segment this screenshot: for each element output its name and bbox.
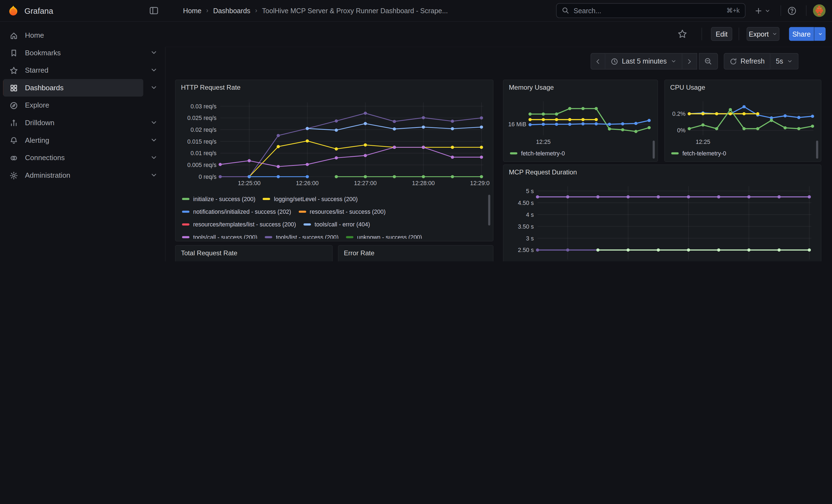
dashboard-canvas: Last 5 minutes Refresh 5s xyxy=(165,47,832,261)
sidebar-item-alerting[interactable]: Alerting xyxy=(3,132,144,149)
share-button[interactable]: Share xyxy=(789,27,814,41)
legend-item[interactable]: unknown - success (200) xyxy=(346,234,422,239)
collapse-sidebar-icon[interactable] xyxy=(149,6,159,16)
svg-text:12:25: 12:25 xyxy=(696,139,710,145)
panel-title[interactable]: CPU Usage xyxy=(670,84,705,91)
svg-text:12:25:00: 12:25:00 xyxy=(238,180,261,186)
legend-scrollbar[interactable] xyxy=(816,140,818,159)
time-range-group: Last 5 minutes xyxy=(591,53,718,70)
panel-title[interactable]: HTTP Request Rate xyxy=(181,84,241,91)
zoom-out-button[interactable] xyxy=(699,53,718,70)
legend-item[interactable]: fetch-telemetry-0 xyxy=(510,150,565,157)
legend-item[interactable]: initialize - success (200) xyxy=(182,196,255,202)
legend-item[interactable]: resources/templates/list - success (200) xyxy=(182,221,296,228)
sidebar-item-bookmarks[interactable]: Bookmarks xyxy=(3,44,144,62)
sidebar: Home Bookmarks Starred Dashboards Explor… xyxy=(0,21,166,261)
memory-legend[interactable]: fetch-telemetry-0 xyxy=(510,147,650,160)
chevron-down-icon[interactable] xyxy=(150,49,158,56)
bell-icon xyxy=(10,136,18,145)
legend-label: notifications/initialized - success (202… xyxy=(193,209,291,215)
refresh-interval-label: 5s xyxy=(776,57,783,65)
legend-swatch xyxy=(182,236,189,238)
legend-item[interactable]: tools/call - success (200) xyxy=(182,234,257,239)
refresh-button[interactable]: Refresh xyxy=(724,53,771,70)
toolbar-divider xyxy=(702,27,702,40)
sidebar-item-connections[interactable]: Connections xyxy=(3,149,144,167)
favorite-star-icon[interactable] xyxy=(678,29,687,39)
svg-text:12:28:00: 12:28:00 xyxy=(412,180,435,186)
panel-title[interactable]: MCP Request Duration xyxy=(509,169,577,176)
legend-item[interactable]: notifications/initialized - success (202… xyxy=(182,209,291,215)
star-icon xyxy=(10,66,18,75)
refresh-interval-picker[interactable]: 5s xyxy=(770,53,799,70)
sidebar-item-label: Bookmarks xyxy=(25,49,144,57)
time-shift-back-button[interactable] xyxy=(591,53,605,70)
chevron-down-icon[interactable] xyxy=(150,171,158,179)
panel-total-request-rate: Total Request Rate 0.0875 xyxy=(175,245,333,261)
panel-title[interactable]: Total Request Rate xyxy=(181,249,237,257)
legend-label: tools/list - success (200) xyxy=(276,234,339,239)
sidebar-item-explore[interactable]: Explore xyxy=(3,97,144,114)
time-shift-forward-button[interactable] xyxy=(682,53,697,70)
legend-item[interactable]: resources/list - success (200) xyxy=(298,209,386,215)
sidebar-item-label: Alerting xyxy=(25,136,144,144)
legend-item[interactable]: tools/call - error (404) xyxy=(304,221,370,228)
time-range-label: Last 5 minutes xyxy=(622,57,667,65)
legend-scrollbar[interactable] xyxy=(653,140,655,159)
search-icon xyxy=(562,7,569,14)
sidebar-item-home[interactable]: Home xyxy=(3,26,144,44)
grafana-logo-home[interactable]: Grafana xyxy=(7,5,53,16)
breadcrumb-dashboards[interactable]: Dashboards xyxy=(213,7,250,15)
panel-memory-usage: Memory Usage 12:2516 MiB fetch-telemetry… xyxy=(503,80,658,162)
legend-label: logging/setLevel - success (200) xyxy=(274,196,358,202)
search-placeholder: Search... xyxy=(574,7,722,15)
zoom-out-icon xyxy=(704,57,712,65)
add-menu-button[interactable] xyxy=(754,0,770,21)
header-divider xyxy=(781,5,781,16)
chevron-left-icon xyxy=(595,58,601,64)
svg-text:4.50 s: 4.50 s xyxy=(518,200,534,206)
breadcrumb-home[interactable]: Home xyxy=(183,7,201,15)
share-menu-button[interactable] xyxy=(814,27,825,41)
legend-item[interactable]: logging/setLevel - success (200) xyxy=(263,196,358,202)
clock-icon xyxy=(611,57,618,65)
search-shortcut: ⌘+k xyxy=(726,7,739,14)
sidebar-item-starred[interactable]: Starred xyxy=(3,62,144,79)
chevron-down-icon[interactable] xyxy=(150,136,158,144)
chevron-down-icon[interactable] xyxy=(150,84,158,91)
panel-title[interactable]: Memory Usage xyxy=(509,84,553,91)
sidebar-item-label: Drilldown xyxy=(25,119,144,127)
edit-button[interactable]: Edit xyxy=(711,27,732,41)
svg-text:0.03 req/s: 0.03 req/s xyxy=(191,103,216,110)
refresh-group: Refresh 5s xyxy=(724,53,799,70)
gear-icon xyxy=(10,171,18,180)
legend-label: resources/list - success (200) xyxy=(310,209,386,215)
legend-item[interactable]: tools/list - success (200) xyxy=(265,234,338,239)
sidebar-item-drilldown[interactable]: Drilldown xyxy=(3,114,144,132)
search-input[interactable]: Search... ⌘+k xyxy=(556,3,745,18)
legend-swatch xyxy=(182,211,189,213)
svg-text:0.025 req/s: 0.025 req/s xyxy=(187,115,216,121)
time-controls: Last 5 minutes Refresh 5s xyxy=(591,53,799,70)
legend-label: tools/call - error (404) xyxy=(314,221,370,228)
svg-text:3 s: 3 s xyxy=(526,235,534,242)
chevron-down-icon[interactable] xyxy=(150,119,158,126)
avatar-image xyxy=(813,4,826,17)
chevron-down-icon[interactable] xyxy=(150,66,158,74)
legend-scrollbar[interactable] xyxy=(488,195,490,226)
mcp-request-duration-chart: 12:25:0012:26:0012:27:0012:28:0012:29:00… xyxy=(508,183,818,261)
time-range-picker[interactable]: Last 5 minutes xyxy=(605,53,682,70)
http-legend[interactable]: initialize - success (200)logging/setLev… xyxy=(182,192,484,239)
panel-title[interactable]: Error Rate xyxy=(344,249,374,257)
help-button[interactable] xyxy=(787,0,797,21)
legend-swatch xyxy=(671,152,679,154)
cpu-legend[interactable]: fetch-telemetry-0 xyxy=(671,147,813,160)
legend-swatch xyxy=(182,223,189,226)
sidebar-item-dashboards[interactable]: Dashboards xyxy=(3,79,144,97)
export-button[interactable]: Export xyxy=(747,27,779,41)
legend-item[interactable]: fetch-telemetry-0 xyxy=(671,150,726,157)
sidebar-item-administration[interactable]: Administration xyxy=(3,167,144,184)
user-avatar[interactable] xyxy=(813,4,826,17)
chevron-down-icon[interactable] xyxy=(150,154,158,161)
http-request-rate-chart: 12:25:0012:26:0012:27:0012:28:0012:29:00… xyxy=(180,98,490,190)
